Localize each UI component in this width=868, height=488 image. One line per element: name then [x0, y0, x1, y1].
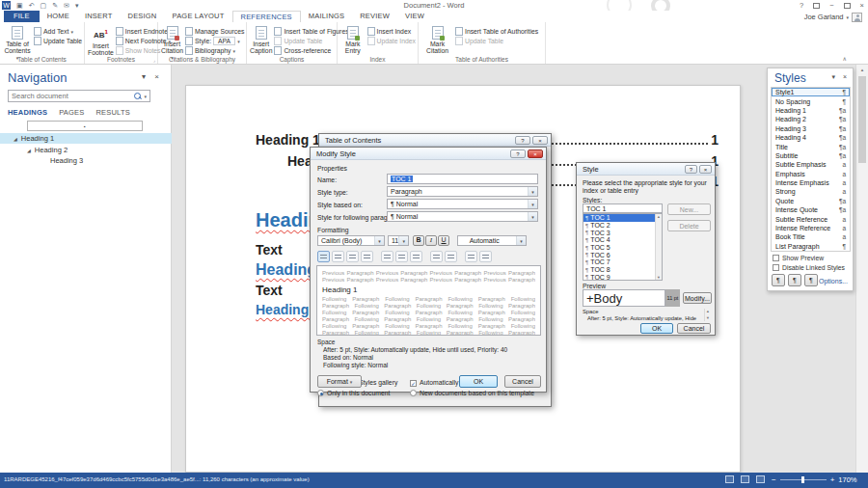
style-item-intense-reference[interactable]: Intense Referencea	[772, 224, 850, 232]
insert-footnote-button[interactable]: AB1 Insert Footnote	[88, 24, 114, 56]
italic-button[interactable]: I	[425, 235, 437, 246]
disable-linked-styles-checkbox[interactable]: Disable Linked Styles	[773, 264, 845, 271]
nav-item-heading-3[interactable]: Heading 3	[0, 155, 172, 166]
tab-design[interactable]: DESIGN	[121, 11, 165, 22]
chevron-down-icon[interactable]: ▾	[374, 236, 384, 245]
tab-mailings[interactable]: MAILINGS	[301, 11, 352, 22]
font-color-select[interactable]: Automatic ▾	[457, 235, 527, 246]
navigation-dropdown-icon[interactable]: ▾	[142, 72, 146, 81]
show-preview-checkbox[interactable]: Show Preview	[773, 255, 824, 261]
bold-button[interactable]: B	[413, 235, 424, 246]
align-right-button[interactable]	[346, 251, 359, 262]
tab-pages[interactable]: PAGES	[59, 108, 84, 117]
web-layout-icon[interactable]	[756, 475, 765, 483]
body-text[interactable]: Text	[256, 242, 283, 258]
list-item-toc2[interactable]: ¶TOC 2	[583, 222, 655, 230]
cancel-button[interactable]: Cancel	[677, 323, 711, 334]
account-area[interactable]: Joe Garland ▾	[804, 12, 862, 22]
chevron-down-icon[interactable]: ▾	[528, 187, 537, 196]
footnotes-dialog-launcher-icon[interactable]: ⌟	[153, 57, 155, 63]
style-type-select[interactable]: Paragraph ▾	[387, 186, 538, 197]
zoom-in-icon[interactable]: +	[830, 475, 835, 484]
style-item-subtitle[interactable]: Subtitle¶a	[772, 151, 850, 160]
align-center-button[interactable]	[332, 251, 344, 262]
chevron-down-icon[interactable]: ▾	[528, 212, 537, 221]
options-link[interactable]: Options...	[819, 278, 848, 285]
style-item-title[interactable]: Title¶a	[772, 142, 850, 150]
zoom-level[interactable]: 170%	[838, 475, 856, 484]
tab-page-layout[interactable]: PAGE LAYOUT	[165, 11, 232, 22]
close-icon[interactable]: ×	[532, 136, 548, 145]
ribbon-display-options-icon[interactable]	[813, 3, 820, 9]
name-input[interactable]: TOC 1	[387, 174, 538, 184]
search-icon[interactable]	[133, 92, 142, 100]
tab-insert[interactable]: INSERT	[77, 11, 121, 22]
tab-references[interactable]: REFERENCES	[232, 11, 301, 22]
decrease-space-after-button[interactable]	[445, 251, 457, 262]
description-scrollbar[interactable]: ▴ ▾	[704, 309, 711, 321]
ok-button[interactable]: OK	[459, 375, 498, 388]
list-scrollbar[interactable]: ▴ ▾	[655, 214, 662, 280]
style-item-quote[interactable]: Quote¶a	[772, 197, 850, 205]
list-item-toc5[interactable]: ¶TOC 5	[583, 244, 655, 252]
zoom-slider[interactable]	[780, 479, 827, 480]
style-item-heading-2[interactable]: Heading 2¶a	[772, 115, 850, 123]
align-left-button[interactable]	[317, 251, 330, 262]
increase-space-before-button[interactable]	[430, 251, 443, 262]
insert-index-button[interactable]: Insert Index	[367, 27, 416, 36]
citation-style-select[interactable]: Style:APA▾	[185, 37, 244, 45]
close-icon[interactable]: ×	[860, 1, 864, 10]
close-icon[interactable]: ×	[528, 149, 543, 158]
nav-item-heading-2[interactable]: ◢ Heading 2	[0, 145, 172, 155]
list-item-toc3[interactable]: ¶TOC 3	[583, 229, 655, 236]
style-item-subtle-reference[interactable]: Subtle Referencea	[772, 214, 850, 223]
double-spacing-button[interactable]	[410, 251, 422, 262]
print-layout-icon[interactable]	[741, 475, 749, 483]
tab-home[interactable]: HOME	[40, 11, 77, 22]
list-item-toc4[interactable]: ¶TOC 4	[583, 236, 655, 244]
style-item-heading-1[interactable]: Heading 1¶a	[772, 106, 850, 115]
modify-style-title[interactable]: Modify Style ? ×	[311, 148, 546, 160]
close-icon[interactable]: ×	[699, 165, 712, 174]
style-item-intense-emphasis[interactable]: Intense Emphasisa	[772, 178, 850, 187]
read-mode-icon[interactable]	[725, 475, 734, 483]
chevron-down-icon[interactable]: ▾	[398, 236, 408, 245]
list-item-toc6[interactable]: ¶TOC 6	[583, 251, 655, 258]
single-spacing-button[interactable]	[381, 251, 393, 262]
style-item-subtle-emphasis[interactable]: Subtle Emphasisa	[772, 160, 850, 169]
insert-table-of-authorities-button[interactable]: Insert Table of Authorities	[455, 27, 538, 36]
tab-file[interactable]: FILE	[4, 11, 40, 22]
styles-list[interactable]: ¶TOC 1 ¶TOC 2 ¶TOC 3 ¶TOC 4 ¶TOC 5 ¶TOC …	[583, 213, 663, 281]
collapse-triangle-icon[interactable]: ◢	[14, 136, 17, 142]
style-dialog-title[interactable]: Style ? ×	[577, 163, 715, 176]
chevron-down-icon[interactable]: ▾	[516, 236, 526, 245]
tab-headings[interactable]: HEADINGS	[8, 108, 47, 117]
zoom-out-icon[interactable]: −	[772, 475, 776, 484]
insert-caption-button[interactable]: Insert Caption	[250, 24, 272, 54]
tab-results[interactable]: RESULTS	[95, 108, 129, 117]
list-item-toc8[interactable]: ¶TOC 8	[583, 266, 655, 274]
increase-indent-button[interactable]	[479, 251, 492, 262]
help-icon[interactable]: ?	[685, 165, 697, 174]
style-item-list-paragraph[interactable]: List Paragraph¶	[772, 242, 850, 251]
list-item-toc1[interactable]: ¶TOC 1	[583, 214, 655, 222]
manage-styles-button[interactable]: ¶	[804, 274, 818, 286]
font-name-select[interactable]: Calibri (Body) ▾	[317, 235, 385, 246]
style-following-select[interactable]: ¶ Normal ▾	[387, 211, 538, 222]
cancel-button[interactable]: Cancel	[504, 375, 541, 388]
bibliography-button[interactable]: Bibliography▾	[185, 46, 244, 55]
navigation-close-icon[interactable]: ×	[154, 72, 159, 81]
style-item-strong[interactable]: Stronga	[772, 187, 850, 196]
nav-item-heading-1[interactable]: ◢ Heading 1	[0, 133, 172, 144]
styles-close-icon[interactable]: ×	[843, 73, 847, 80]
manage-sources-button[interactable]: Manage Sources	[185, 27, 244, 36]
one-half-spacing-button[interactable]	[395, 251, 408, 262]
mark-citation-button[interactable]: Mark Citation	[421, 24, 453, 54]
styles-dropdown-icon[interactable]: ▾	[831, 73, 835, 81]
tab-review[interactable]: REVIEW	[352, 11, 397, 22]
help-icon[interactable]: ?	[510, 149, 526, 158]
style-name-input[interactable]: TOC 1	[583, 203, 663, 213]
underline-button[interactable]: U	[438, 235, 449, 246]
body-text[interactable]: Text	[256, 283, 283, 298]
style-item-intense-quote[interactable]: Intense Quote¶a	[772, 205, 850, 214]
